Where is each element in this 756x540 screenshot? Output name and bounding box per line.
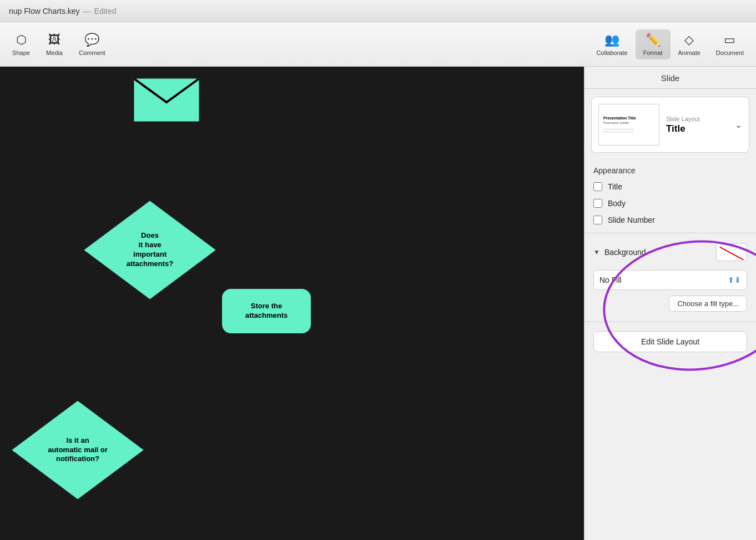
media-label: Media: [46, 49, 63, 56]
thumb-subtitle: Presentation Subtitle: [603, 121, 654, 124]
choose-fill-button[interactable]: Choose a fill type...: [669, 296, 747, 312]
slide-thumbnail: Presentation Title Presentation Subtitle: [598, 104, 659, 146]
slide-number-checkbox-label: Slide Number: [608, 216, 655, 224]
animate-icon: ◇: [684, 33, 694, 47]
collaborate-icon: 👥: [604, 33, 619, 47]
appearance-section-header: Appearance: [584, 161, 756, 178]
main-content: Doesit haveimportantattachments? Store t…: [0, 67, 756, 540]
diamond-bottom-text: Is it anautomatic mail ornotification?: [48, 436, 108, 464]
title-checkbox-row[interactable]: Title: [584, 178, 756, 195]
diamond-main-text: Doesit haveimportantattachments?: [127, 231, 174, 269]
choose-fill-row: Choose a fill type...: [584, 293, 756, 317]
title-bar: nup Flow Charts.key — Edited: [0, 0, 756, 22]
background-chevron-icon: ▼: [593, 248, 600, 256]
shape-icon: ⬡: [16, 33, 27, 47]
divider-1: [584, 233, 756, 233]
toolbar-right: 👥 Collaborate ✏️ Format ◇ Animate ▭ Docu…: [588, 29, 752, 59]
slide-number-checkbox[interactable]: [593, 216, 602, 224]
document-icon: ▭: [724, 33, 735, 47]
toolbar-document[interactable]: ▭ Document: [708, 29, 752, 59]
slide-layout-info: Slide Layout Title: [659, 116, 730, 134]
toolbar-shape[interactable]: ⬡ Shape: [4, 29, 38, 59]
background-label: Background: [604, 248, 716, 257]
diamond-bottom-shape: Is it anautomatic mail ornotification?: [11, 400, 144, 500]
filename: nup Flow Charts.key: [9, 7, 80, 16]
toolbar-animate[interactable]: ◇ Animate: [671, 29, 708, 59]
fill-dropdown-arrows-icon: ⬆⬇: [728, 276, 741, 284]
fill-type-label: No Fill: [599, 276, 728, 284]
format-icon: ✏️: [646, 33, 661, 47]
divider-2: [584, 322, 756, 322]
collaborate-label: Collaborate: [596, 49, 627, 56]
body-checkbox-row[interactable]: Body: [584, 195, 756, 212]
background-section: ▼ Background No Fill ⬆⬇ Choose a fill ty…: [584, 238, 756, 317]
toolbar-format[interactable]: ✏️ Format: [636, 29, 671, 59]
background-row: ▼ Background: [584, 238, 756, 267]
thumb-title: Presentation Title: [603, 116, 654, 120]
toolbar: ⬡ Shape 🖼 Media 💬 Comment 👥 Collaborate …: [0, 22, 756, 67]
fill-dropdown[interactable]: No Fill ⬆⬇: [593, 270, 747, 290]
title-separator: —: [83, 7, 91, 16]
animate-label: Animate: [678, 49, 700, 56]
slide-layout-name: Title: [666, 123, 730, 134]
background-swatch[interactable]: [716, 243, 747, 261]
format-label: Format: [643, 49, 663, 56]
canvas[interactable]: Doesit haveimportantattachments? Store t…: [0, 67, 584, 540]
email-shape: [133, 78, 200, 122]
toolbar-comment[interactable]: 💬 Comment: [71, 29, 113, 59]
slide-layout-chevron-icon[interactable]: ⌄: [735, 119, 742, 130]
edit-slide-layout-button[interactable]: Edit Slide Layout: [593, 331, 747, 352]
edit-slide-btn-row: Edit Slide Layout: [584, 327, 756, 361]
media-icon: 🖼: [48, 33, 61, 47]
title-checkbox-label: Title: [608, 182, 622, 191]
body-checkbox-label: Body: [608, 199, 626, 208]
store-attachments-text: Store theattachments: [245, 302, 288, 321]
edit-status: Edited: [94, 7, 117, 16]
diamond-main-shape: Doesit haveimportantattachments?: [83, 200, 216, 300]
fill-dropdown-row: No Fill ⬆⬇: [584, 267, 756, 293]
title-checkbox[interactable]: [593, 182, 602, 191]
comment-icon: 💬: [84, 33, 99, 47]
thumb-line-1: [603, 129, 634, 129]
slide-layout-section[interactable]: Presentation Title Presentation Subtitle…: [591, 97, 749, 153]
body-checkbox[interactable]: [593, 199, 602, 208]
right-panel: Slide Presentation Title Presentation Su…: [584, 67, 756, 540]
store-attachments-shape: Store theattachments: [222, 289, 311, 333]
slide-layout-label: Slide Layout: [666, 116, 730, 122]
toolbar-media[interactable]: 🖼 Media: [38, 29, 71, 59]
comment-label: Comment: [79, 49, 105, 56]
panel-title: Slide: [584, 67, 756, 89]
svg-line-3: [720, 247, 744, 260]
slide-number-checkbox-row[interactable]: Slide Number: [584, 212, 756, 228]
toolbar-collaborate[interactable]: 👥 Collaborate: [588, 29, 635, 59]
shape-label: Shape: [12, 49, 30, 56]
thumb-line-2: [603, 132, 634, 132]
document-label: Document: [716, 49, 744, 56]
